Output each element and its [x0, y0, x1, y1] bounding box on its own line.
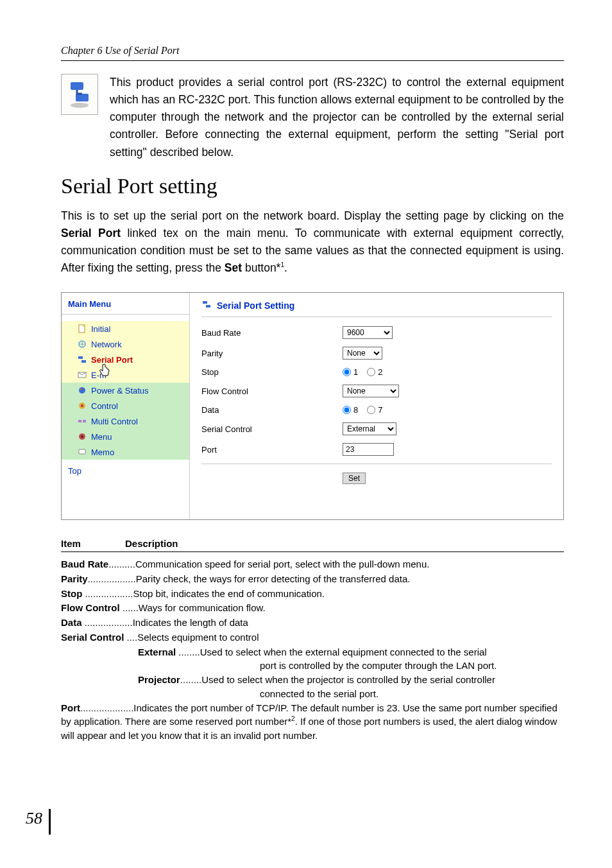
baud-select[interactable]: 9600: [343, 326, 393, 339]
serialctl-label: Serial Control: [201, 424, 343, 434]
menu-icon: [77, 431, 87, 442]
page-number: 58: [26, 809, 51, 835]
parity-label: Parity: [201, 349, 343, 358]
page-icon: [77, 324, 87, 334]
sidebar-label-control: Control: [91, 401, 118, 411]
divider: [201, 464, 552, 464]
cursor-hand-icon: [98, 363, 112, 381]
ui-sidebar: Main Menu Initial Network Serial Port E-…: [62, 293, 190, 519]
lead-pre: This is to set up the serial port on the…: [61, 209, 564, 222]
stop-opt1-label: 1: [353, 367, 358, 377]
svg-rect-0: [71, 82, 83, 90]
control-icon: [77, 401, 87, 411]
svg-rect-1: [76, 94, 89, 101]
flow-label: Flow Control: [201, 386, 343, 396]
sidebar-item-menu[interactable]: Menu: [62, 429, 189, 444]
svg-point-9: [80, 388, 81, 390]
lead-end: .: [284, 261, 287, 274]
desc-header: Item Description: [61, 538, 564, 552]
main-title-text: Serial Port Setting: [217, 300, 294, 311]
data-radio-7-input[interactable]: [367, 406, 375, 414]
data-radio-7[interactable]: 7: [367, 405, 382, 415]
serialctl-select[interactable]: External: [343, 422, 396, 435]
desc-sub-projector: Projector........Used to select when the…: [61, 673, 564, 701]
lead-bold-set: Set: [225, 261, 242, 274]
section-title: Serial Port setting: [61, 174, 564, 198]
sidebar-label-network: Network: [91, 340, 122, 349]
desc-col-item: Item: [61, 538, 125, 549]
sidebar-item-email[interactable]: E-m: [62, 367, 189, 383]
sidebar-item-initial[interactable]: Initial: [62, 321, 189, 336]
stop-radio-1-input[interactable]: [343, 368, 351, 376]
desc-sub-external: External ........Used to select when the…: [61, 645, 564, 673]
data-label: Data: [201, 405, 343, 415]
sidebar-item-network[interactable]: Network: [62, 336, 189, 352]
sidebar-label-memo: Memo: [91, 447, 114, 457]
sidebar-label-menu: Menu: [91, 432, 112, 442]
stop-radio-1[interactable]: 1: [343, 367, 358, 377]
serial-icon: [201, 299, 212, 311]
desc-row-serialctl: Serial Control ....Selects equipment to …: [61, 630, 564, 645]
svg-rect-18: [206, 305, 210, 308]
baud-label: Baud Rate: [201, 328, 343, 338]
stop-label: Stop: [201, 367, 343, 377]
sidebar-label-multicontrol: Multi Control: [91, 417, 138, 426]
sidebar-item-control[interactable]: Control: [62, 398, 189, 413]
svg-rect-17: [203, 301, 207, 304]
intro-paragraph: This product provides a serial control p…: [110, 74, 564, 161]
svg-point-8: [79, 387, 85, 394]
stop-opt2-label: 2: [378, 367, 382, 377]
data-radio-8[interactable]: 8: [343, 405, 358, 415]
desc-col-desc: Description: [125, 538, 178, 549]
sidebar-item-multicontrol[interactable]: Multi Control: [62, 413, 189, 429]
lead-bold-serialport: Serial Port: [61, 227, 121, 239]
sidebar-label-top: Top: [68, 466, 81, 476]
svg-rect-5: [78, 356, 83, 359]
serial-port-icon: [61, 74, 98, 115]
desc-row-port: Port....................Indicates the po…: [61, 701, 564, 743]
sidebar-item-top[interactable]: Top: [62, 460, 189, 478]
ui-screenshot-panel: Main Menu Initial Network Serial Port E-…: [61, 292, 564, 520]
svg-point-11: [81, 404, 83, 407]
svg-rect-12: [78, 420, 81, 422]
port-input[interactable]: [343, 443, 394, 456]
section-lead: This is to set up the serial port on the…: [61, 207, 564, 277]
lead-mid: linked tex on the main menu. To communic…: [61, 227, 564, 274]
serial-icon: [77, 354, 87, 365]
sidebar-title: Main Menu: [62, 293, 189, 315]
data-radio-8-input[interactable]: [343, 406, 351, 414]
sidebar-item-serialport[interactable]: Serial Port: [62, 352, 189, 367]
svg-rect-13: [83, 420, 86, 422]
ui-main: Serial Port Setting Baud Rate 9600 Parit…: [190, 293, 563, 519]
chapter-header: Chapter 6 Use of Serial Port: [61, 45, 564, 61]
data-opt2-label: 7: [378, 405, 382, 415]
svg-point-15: [81, 435, 83, 438]
network-icon: [77, 339, 87, 349]
port-label: Port: [201, 445, 343, 455]
email-icon: [77, 370, 87, 380]
svg-point-2: [71, 103, 89, 108]
data-opt1-label: 8: [353, 405, 358, 415]
stop-radio-2[interactable]: 2: [367, 367, 382, 377]
svg-rect-16: [79, 449, 85, 454]
lead-post: button*: [242, 261, 280, 274]
desc-row-flow: Flow Control ......Ways for communicatio…: [61, 601, 564, 615]
sidebar-item-power[interactable]: Power & Status: [62, 383, 189, 398]
desc-row-parity: Parity..................Parity check, th…: [61, 572, 564, 586]
desc-block: Baud Rate..........Communication speed f…: [61, 557, 564, 743]
svg-rect-6: [81, 360, 86, 363]
desc-row-baud: Baud Rate..........Communication speed f…: [61, 557, 564, 571]
memo-icon: [77, 447, 87, 457]
parity-select[interactable]: None: [343, 347, 382, 360]
main-panel-title: Serial Port Setting: [201, 299, 552, 317]
sidebar-item-memo[interactable]: Memo: [62, 444, 189, 460]
set-button[interactable]: Set: [343, 473, 366, 484]
sidebar-label-initial: Initial: [91, 324, 110, 334]
desc-row-data: Data ..................Indicates the len…: [61, 616, 564, 630]
desc-row-stop: Stop ..................Stop bit, indicat…: [61, 587, 564, 601]
sidebar-label-power: Power & Status: [91, 386, 149, 395]
flow-select[interactable]: None: [343, 385, 399, 397]
power-icon: [77, 385, 87, 395]
multicontrol-icon: [77, 416, 87, 426]
stop-radio-2-input[interactable]: [367, 368, 375, 376]
